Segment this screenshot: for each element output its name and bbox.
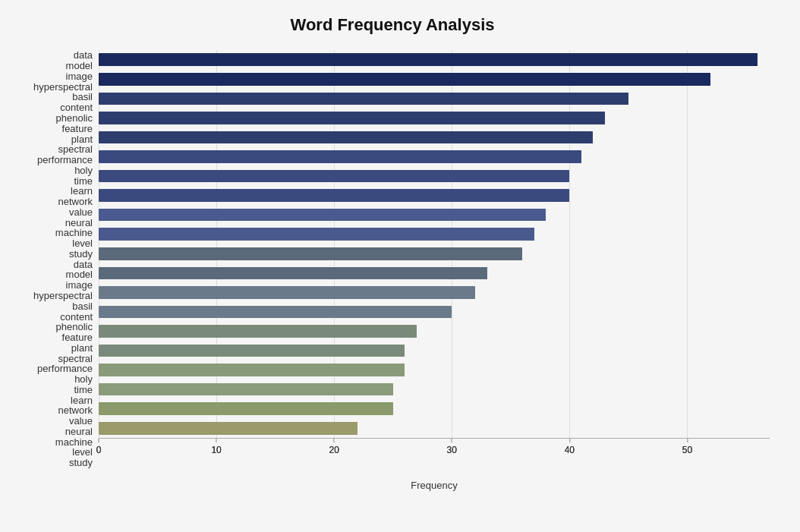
bar-machine [99,383,393,396]
x-tick-20: 20 [329,439,339,455]
x-axis: Frequency 0102030405001020304050 [99,438,770,468]
bar-row [99,345,770,357]
y-label-performance: performance [37,155,93,165]
y-label-value: value [69,416,93,426]
y-label-level: level [72,447,93,457]
bar-row [99,383,770,396]
x-tick-40: 40 [565,439,575,455]
bar-row [99,247,770,260]
bar-plant [99,209,546,222]
bar-network [99,325,417,338]
x-tick-label: 0 [96,445,102,455]
bar-basil [99,131,593,144]
y-label-neural: neural [65,218,93,228]
x-tick-line [334,439,335,442]
y-label-phenolic: phenolic [56,322,93,332]
y-label-holy: holy [74,165,93,175]
y-label-basil: basil [72,92,93,102]
bar-holy [99,267,487,280]
bar-image [99,93,628,105]
y-label-spectral: spectral [58,144,93,154]
y-label-model: model [66,269,93,279]
grid-line [334,50,335,438]
y-label-hyperspectral: hyperspectral [33,291,93,301]
x-tick-0: 0 [96,439,102,455]
bar-model [99,73,710,86]
bar-row [99,53,770,66]
bar-row [99,170,770,183]
bar-row [99,325,770,338]
bar-feature [99,189,569,202]
y-label-network: network [58,197,93,206]
y-label-model: model [66,61,93,71]
bar-performance [99,247,522,260]
bar-value [99,345,405,357]
y-label-network: network [58,405,93,415]
x-tick-line [99,439,99,442]
y-label-image: image [66,280,93,290]
bar-row [99,267,770,280]
y-label-time: time [74,176,93,186]
bar-data [99,53,757,66]
y-label-level: level [72,238,93,248]
y-label-feature: feature [62,332,93,342]
y-labels: datamodelimagehyperspectralbasilcontentp… [15,50,99,468]
bar-row [99,286,770,299]
y-label-neural: neural [65,427,93,436]
y-label-feature: feature [62,124,93,134]
grid-line [687,50,688,438]
chart-title: Word Frequency Analysis [15,15,770,35]
bar-row [99,306,770,319]
grid-line [452,50,452,438]
bar-level [99,402,393,415]
chart-area: datamodelimagehyperspectralbasilcontentp… [15,50,770,468]
x-tick-label: 50 [682,445,692,455]
y-label-plant: plant [71,134,93,144]
y-label-plant: plant [71,343,93,353]
bar-row [99,209,770,222]
chart-container: Word Frequency Analysis datamodelimagehy… [0,0,800,532]
grid-line [569,50,570,438]
x-tick-line [452,439,452,442]
y-label-study: study [69,249,93,259]
x-tick-line [569,439,570,442]
bar-row [99,93,770,105]
y-label-data: data [74,260,93,269]
y-label-spectral: spectral [58,354,93,364]
y-label-learn: learn [71,186,93,196]
x-tick-30: 30 [447,439,457,455]
grid-line [99,50,99,438]
bar-row [99,364,770,376]
x-tick-label: 20 [329,445,339,455]
bar-row [99,228,770,241]
bar-row [99,422,770,435]
y-label-image: image [66,71,93,81]
y-label-content: content [60,102,93,112]
bar-row [99,402,770,415]
bar-time [99,286,475,299]
bar-row [99,131,770,144]
y-label-study: study [69,458,93,467]
y-label-basil: basil [72,301,93,311]
y-label-hyperspectral: hyperspectral [33,82,93,92]
bar-learn [99,306,452,319]
bar-spectral [99,228,534,241]
y-label-phenolic: phenolic [56,113,93,123]
bar-row [99,150,770,163]
x-tick-label: 30 [447,445,457,455]
x-tick-10: 10 [211,439,221,455]
x-tick-label: 40 [565,445,575,455]
bar-row [99,189,770,202]
y-label-value: value [69,207,93,217]
bar-row [99,73,770,86]
y-label-machine: machine [55,228,93,238]
bar-phenolic [99,170,569,183]
x-tick-label: 10 [211,445,221,455]
y-label-machine: machine [55,437,93,447]
bar-content [99,150,581,163]
bars-and-xaxis: Frequency 0102030405001020304050 [99,50,770,468]
x-axis-title: Frequency [411,480,457,491]
x-tick-line [216,439,217,442]
bar-row [99,112,770,124]
bar-neural [99,364,405,376]
